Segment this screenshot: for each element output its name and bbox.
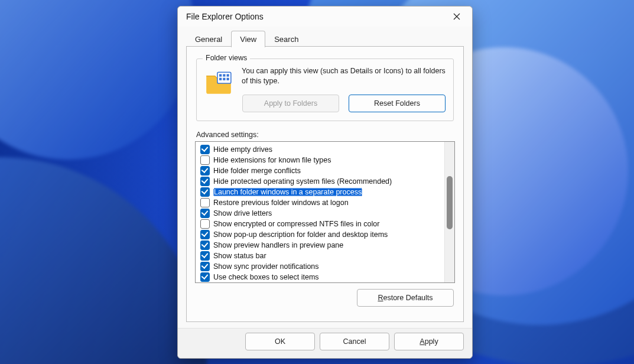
- apply-label: Apply: [420, 337, 438, 346]
- checkbox[interactable]: [200, 240, 210, 250]
- list-item-label: Hide folder merge conflicts: [213, 167, 301, 175]
- list-item-label: Show preview handlers in preview pane: [213, 241, 343, 249]
- advanced-settings-label: Advanced settings:: [196, 131, 455, 139]
- scrollbar-thumb[interactable]: [447, 176, 453, 229]
- checkbox[interactable]: [200, 262, 210, 271]
- file-explorer-options-dialog: File Explorer Options General View Searc…: [177, 6, 473, 359]
- checkbox[interactable]: [200, 198, 210, 207]
- ok-button[interactable]: OK: [245, 333, 315, 350]
- svg-rect-6: [227, 78, 229, 80]
- apply-button[interactable]: Apply: [394, 333, 464, 350]
- apply-to-folders-button[interactable]: Apply to Folders: [242, 95, 339, 112]
- tab-view[interactable]: View: [231, 31, 265, 47]
- list-item[interactable]: Show sync provider notifications: [199, 261, 443, 272]
- tabstrip: General View Search: [178, 27, 472, 47]
- list-item[interactable]: Show encrypted or compressed NTFS files …: [199, 219, 443, 229]
- restore-defaults-label: Restore Defaults: [378, 294, 433, 302]
- view-tab-panel: Folder views: [186, 47, 464, 322]
- list-item[interactable]: Hide empty drives: [199, 144, 443, 155]
- dialog-footer: OK Cancel Apply: [178, 328, 472, 358]
- svg-rect-5: [223, 78, 225, 80]
- folder-views-group: Folder views: [196, 58, 454, 121]
- checkbox[interactable]: [200, 145, 210, 154]
- close-button[interactable]: [445, 8, 469, 25]
- list-item[interactable]: Restore previous folder windows at logon: [199, 197, 443, 208]
- list-item[interactable]: Hide protected operating system files (R…: [199, 176, 443, 187]
- list-item[interactable]: Show drive letters: [199, 208, 443, 219]
- tab-underline: [186, 46, 464, 47]
- svg-rect-1: [219, 74, 222, 76]
- list-item-label: Restore previous folder windows at logon: [213, 199, 349, 207]
- desktop-wallpaper: File Explorer Options General View Searc…: [0, 0, 634, 364]
- reset-folders-button[interactable]: Reset Folders: [349, 95, 446, 112]
- list-item[interactable]: Hide extensions for known file types: [199, 155, 443, 165]
- list-item-label: Launch folder windows in a separate proc…: [213, 188, 362, 196]
- list-item[interactable]: Hide folder merge conflicts: [199, 165, 443, 176]
- list-item[interactable]: Use check boxes to select items: [199, 272, 443, 282]
- checkbox[interactable]: [200, 230, 210, 239]
- list-item[interactable]: Launch folder windows in a separate proc…: [199, 187, 443, 197]
- checkbox[interactable]: [200, 251, 210, 261]
- svg-rect-0: [217, 72, 231, 83]
- titlebar[interactable]: File Explorer Options: [178, 6, 472, 27]
- advanced-settings-listbox[interactable]: Hide empty drivesHide extensions for kno…: [196, 142, 444, 282]
- decor-swirl: [0, 157, 207, 364]
- decor-swirl: [0, 0, 195, 160]
- checkbox[interactable]: [200, 209, 210, 218]
- list-item[interactable]: Show pop-up description for folder and d…: [199, 229, 443, 240]
- svg-rect-3: [227, 74, 229, 76]
- scrollbar-track[interactable]: [444, 142, 454, 282]
- window-title: File Explorer Options: [186, 12, 264, 21]
- list-item-label: Show pop-up description for folder and d…: [213, 230, 388, 239]
- list-item-label: Hide extensions for known file types: [213, 156, 331, 164]
- checkbox[interactable]: [200, 187, 210, 197]
- checkbox[interactable]: [200, 219, 210, 229]
- close-icon: [453, 13, 460, 20]
- folder-views-icon: [204, 67, 233, 97]
- tab-search[interactable]: Search: [265, 31, 307, 47]
- folder-views-text: You can apply this view (such as Details…: [242, 66, 446, 86]
- list-item[interactable]: Show status bar: [199, 251, 443, 261]
- list-item-label: Use check boxes to select items: [213, 273, 319, 281]
- list-item-label: Show encrypted or compressed NTFS files …: [213, 220, 379, 228]
- tab-general[interactable]: General: [186, 31, 231, 47]
- checkbox[interactable]: [200, 272, 210, 282]
- list-item[interactable]: Show preview handlers in preview pane: [199, 240, 443, 251]
- checkbox[interactable]: [200, 177, 210, 186]
- advanced-settings-list: Hide empty drivesHide extensions for kno…: [195, 141, 455, 283]
- folder-views-legend: Folder views: [203, 54, 250, 62]
- svg-rect-4: [219, 78, 222, 80]
- list-item-label: Show drive letters: [213, 209, 272, 217]
- list-item-label: Hide protected operating system files (R…: [213, 177, 392, 186]
- list-item-label: Show status bar: [213, 252, 266, 260]
- cancel-button[interactable]: Cancel: [320, 333, 389, 350]
- list-item-label: Show sync provider notifications: [213, 262, 319, 271]
- checkbox[interactable]: [200, 155, 210, 165]
- svg-rect-2: [223, 74, 225, 76]
- restore-defaults-button[interactable]: Restore Defaults: [357, 289, 454, 307]
- checkbox[interactable]: [200, 166, 210, 176]
- list-item-label: Hide empty drives: [213, 145, 272, 154]
